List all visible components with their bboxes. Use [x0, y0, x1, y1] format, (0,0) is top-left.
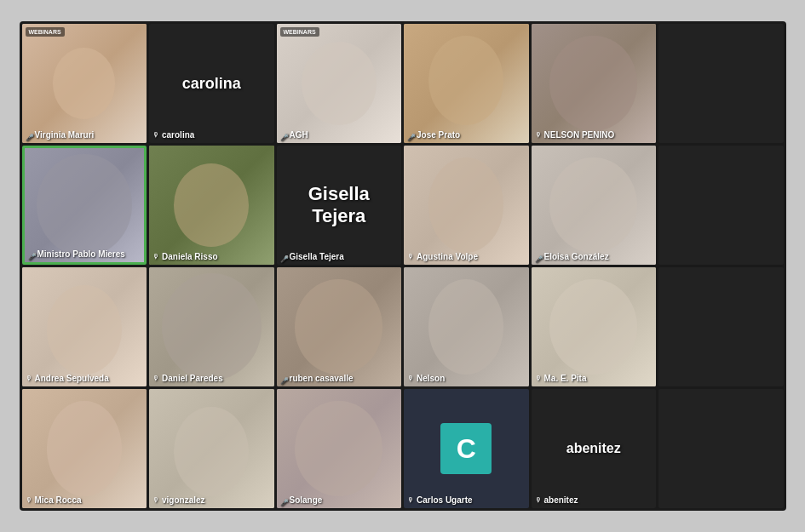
tile-agustina-volpe[interactable]: 🎙 Agustina Volpe — [404, 146, 529, 265]
name-abenitez: 🎙 abenitez — [535, 495, 578, 505]
tile-solange[interactable]: Solange — [277, 389, 402, 508]
tile-carlos-ugarte[interactable]: C 🎙 Carlos Ugarte — [404, 389, 529, 508]
name-agh: AGH — [280, 130, 308, 140]
tile-abenitez[interactable]: abenitez 🎙 abenitez — [532, 389, 657, 508]
tile-agh[interactable]: WEBINARS AGH — [277, 24, 402, 143]
tile-mica-rocca[interactable]: 🎙 Mica Rocca — [22, 389, 147, 508]
tile-daniel-paredes[interactable]: 🎙 Daniel Paredes — [149, 267, 274, 386]
name-daniel: 🎙 Daniel Paredes — [152, 374, 223, 383]
name-nelson: 🎙 Nelson — [407, 374, 445, 383]
tile-carolina[interactable]: carolina 🎙 carolina — [149, 24, 274, 143]
mic-solange — [280, 497, 287, 504]
name-pablo: Ministro Pablo Mieres — [28, 249, 125, 259]
name-jose: Jose Prato — [407, 130, 460, 140]
name-agustina: 🎙 Agustina Volpe — [407, 252, 478, 261]
mic-ruben — [280, 375, 287, 382]
name-ruben: ruben casavalle — [280, 374, 354, 383]
tile-nelson-penino[interactable]: 🎙 NELSON PENINO — [532, 24, 657, 143]
tile-daniela-risso[interactable]: 🎙 Daniela Risso — [149, 146, 274, 265]
name-virginia: Virginia Maruri — [26, 130, 95, 140]
tile-ruben-casavalle[interactable]: ruben casavalle — [277, 267, 402, 386]
name-eloisa: Eloisa González — [535, 252, 609, 261]
name-gisella: Gisella Tejera — [280, 252, 344, 261]
mic-gisella — [280, 254, 287, 260]
tile-empty-row1 — [658, 24, 784, 143]
mic-eloisa — [535, 254, 542, 260]
name-solange: Solange — [280, 495, 323, 505]
name-vigonzalez: 🎙 vigonzalez — [152, 495, 205, 505]
tile-vigonzalez[interactable]: 🎙 vigonzalez — [149, 389, 274, 508]
badge-agh: WEBINARS — [280, 27, 319, 37]
tile-empty-row3 — [658, 267, 784, 386]
mic-virginia — [26, 132, 32, 139]
tile-eloisa-gonzalez[interactable]: Eloisa González — [532, 146, 657, 265]
video-grid: WEBINARS Virginia Maruri carolina 🎙 caro… — [20, 21, 786, 511]
tile-jose-prato[interactable]: Jose Prato — [404, 24, 529, 143]
tile-ma-e-pita[interactable]: 🎙 Ma. E. Pita — [532, 267, 657, 386]
tile-empty-row4 — [658, 389, 784, 508]
badge-virginia: WEBINARS — [26, 27, 65, 37]
name-nelson-penino: 🎙 NELSON PENINO — [535, 130, 615, 140]
tile-nelson[interactable]: 🎙 Nelson — [404, 267, 529, 386]
name-ma-pita: 🎙 Ma. E. Pita — [535, 374, 587, 383]
avatar-carlos: C — [440, 423, 492, 474]
tile-empty-row2 — [658, 146, 784, 265]
center-name-gisella: Gisella Tejera — [308, 183, 370, 227]
name-daniela: 🎙 Daniela Risso — [152, 252, 218, 261]
name-carolina: 🎙 carolina — [152, 130, 194, 140]
tile-pablo-mieres[interactable]: Ministro Pablo Mieres — [22, 146, 147, 265]
tile-virginia-maruri[interactable]: WEBINARS Virginia Maruri — [22, 24, 147, 143]
name-andrea: 🎙 Andrea Sepulveda — [26, 374, 109, 383]
center-name-abenitez: abenitez — [566, 441, 621, 456]
mic-jose — [407, 132, 414, 139]
tile-andrea-sepulveda[interactable]: 🎙 Andrea Sepulveda — [22, 267, 147, 386]
tile-gisella-tejera[interactable]: Gisella Tejera Gisella Tejera — [277, 146, 402, 265]
mic-pablo — [28, 251, 35, 258]
mic-agh — [280, 132, 287, 139]
center-name-carolina: carolina — [182, 75, 241, 93]
name-mica: 🎙 Mica Rocca — [26, 495, 82, 505]
name-carlos: 🎙 Carlos Ugarte — [407, 495, 473, 505]
